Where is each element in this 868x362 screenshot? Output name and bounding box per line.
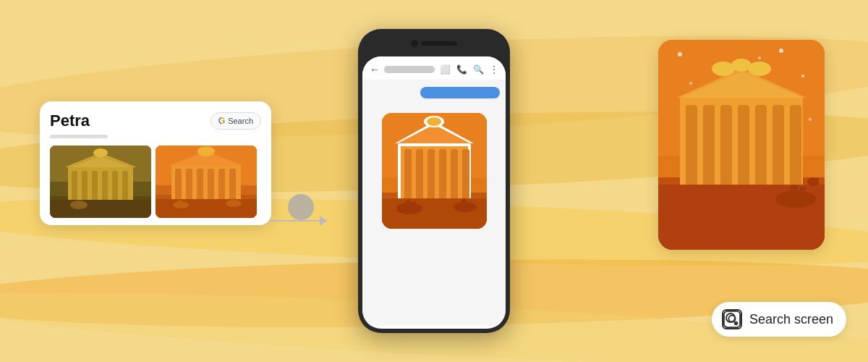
svg-rect-52 <box>406 200 411 211</box>
topbar-icons: ⬜ 📞 🔍 ⋮ <box>440 64 498 75</box>
svg-rect-6 <box>92 171 98 203</box>
lens-svg-icon <box>723 310 741 329</box>
svg-point-62 <box>801 75 804 77</box>
search-screen-label: Search screen <box>749 312 833 327</box>
more-options-icon[interactable]: ⋮ <box>490 64 498 75</box>
svg-rect-21 <box>186 169 192 203</box>
svg-point-61 <box>779 49 783 53</box>
svg-point-12 <box>93 148 108 157</box>
svg-rect-8 <box>112 171 118 203</box>
video-call-icon[interactable]: ⬜ <box>440 64 451 75</box>
right-petra-svg <box>658 40 825 250</box>
search-result-card: Petra G Search <box>40 101 271 225</box>
mobile-phone: ← ⬜ 📞 🔍 ⋮ <box>358 29 510 333</box>
svg-marker-34 <box>320 216 327 226</box>
svg-rect-22 <box>197 169 203 203</box>
svg-rect-25 <box>229 169 236 203</box>
petra-svg-1 <box>50 146 151 218</box>
card-header: Petra G Search <box>50 111 261 130</box>
pointer-arrow <box>269 203 327 242</box>
svg-point-89 <box>734 321 739 326</box>
svg-rect-28 <box>156 199 257 218</box>
search-button-label: Search <box>228 117 253 125</box>
svg-rect-13 <box>50 200 151 218</box>
svg-point-59 <box>678 52 682 56</box>
svg-rect-20 <box>175 169 182 203</box>
phone-topbar: ← ⬜ 📞 🔍 ⋮ <box>362 56 506 80</box>
svg-rect-87 <box>724 311 740 327</box>
search-screen-badge: Search screen <box>712 302 846 337</box>
svg-point-80 <box>748 62 771 76</box>
petra-image-1[interactable] <box>50 146 151 218</box>
contact-name-placeholder <box>384 66 435 73</box>
svg-point-78 <box>712 62 735 76</box>
card-images <box>50 146 261 218</box>
svg-point-63 <box>689 82 692 85</box>
google-search-button[interactable]: G Search <box>210 112 261 130</box>
svg-rect-55 <box>461 198 467 209</box>
svg-point-88 <box>728 315 735 321</box>
search-icon[interactable]: 🔍 <box>473 64 484 75</box>
phone-call-icon[interactable]: 📞 <box>456 64 467 75</box>
svg-rect-24 <box>218 169 225 203</box>
petra-image-2[interactable] <box>156 146 257 218</box>
card-title: Petra <box>50 111 90 130</box>
phone-petra-svg <box>382 113 487 229</box>
svg-rect-84 <box>800 187 806 203</box>
phone-camera <box>411 40 418 47</box>
right-petra-card <box>658 40 825 250</box>
svg-rect-5 <box>82 171 88 203</box>
svg-rect-53 <box>412 201 416 211</box>
svg-rect-30 <box>178 200 182 207</box>
topbar-left: ← <box>370 64 435 75</box>
phone-notch <box>358 29 510 58</box>
svg-point-65 <box>758 56 761 59</box>
lens-icon <box>722 309 742 329</box>
phone-speaker <box>421 41 457 46</box>
petra-svg-2 <box>156 146 257 218</box>
svg-point-27 <box>197 146 215 156</box>
message-bubble <box>420 87 500 98</box>
svg-rect-23 <box>208 169 214 203</box>
svg-rect-32 <box>231 198 234 206</box>
svg-point-67 <box>809 118 812 121</box>
phone-image-card[interactable] <box>382 113 487 229</box>
svg-rect-86 <box>816 177 819 185</box>
svg-rect-7 <box>102 171 108 203</box>
arrow-svg <box>269 203 327 239</box>
main-scene: Petra G Search <box>0 0 868 362</box>
phone-chat-body <box>362 80 506 326</box>
svg-rect-83 <box>791 185 798 202</box>
google-g-logo: G <box>218 116 225 126</box>
svg-point-49 <box>427 117 441 126</box>
back-arrow-icon[interactable]: ← <box>370 64 380 75</box>
svg-rect-9 <box>122 171 128 203</box>
svg-rect-15 <box>76 201 80 208</box>
svg-rect-4 <box>72 171 77 203</box>
card-subtitle-line <box>50 135 108 138</box>
phone-screen: ← ⬜ 📞 🔍 ⋮ <box>362 56 506 329</box>
